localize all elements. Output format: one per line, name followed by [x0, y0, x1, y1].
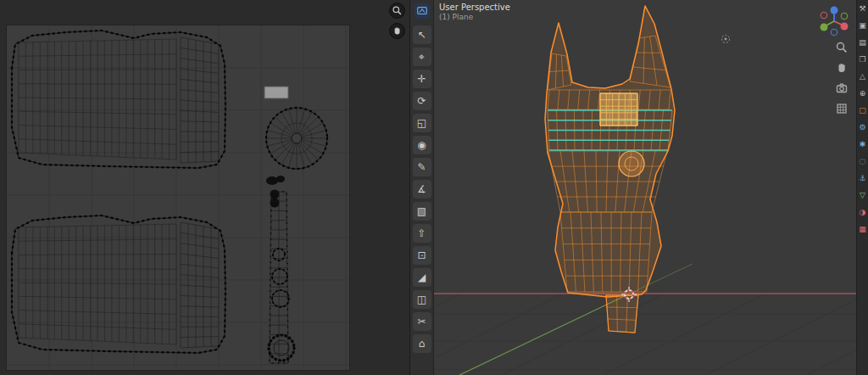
- scene-tab[interactable]: △: [858, 72, 868, 81]
- axis-gizmo-icon: [817, 3, 851, 37]
- uv-zoom-button[interactable]: [389, 3, 405, 19]
- magnifier-icon: [392, 5, 403, 16]
- pan-view-button[interactable]: [835, 61, 849, 75]
- uv-editor-panel: [0, 0, 410, 375]
- viewport-toolbar: ↖⌖✛⟳◱◉✎∡▧⇧⊡◢◫✂⌂: [410, 0, 434, 375]
- ortho-toggle-button[interactable]: [835, 102, 849, 115]
- object-tab[interactable]: ▢: [858, 106, 868, 115]
- camera-view-button[interactable]: [835, 81, 849, 95]
- particles-tab[interactable]: ✱: [858, 140, 868, 149]
- object-data-tab[interactable]: ▽: [858, 191, 868, 200]
- navigation-gizmo[interactable]: [817, 3, 851, 37]
- material-tab[interactable]: ◑: [858, 208, 868, 217]
- tool-add-cube[interactable]: ▧: [413, 202, 431, 221]
- uv-canvas[interactable]: [7, 25, 349, 370]
- viewport-editor-icon: [416, 5, 428, 17]
- modifiers-tab[interactable]: ⚙: [858, 123, 868, 132]
- editor-type-button[interactable]: [415, 3, 430, 19]
- ortho-toggle-icon: [835, 102, 849, 115]
- tool-tab[interactable]: ⚒: [858, 4, 868, 14]
- tool-knife[interactable]: ✂: [413, 312, 431, 331]
- camera-view-icon: [835, 81, 849, 95]
- tool-scale[interactable]: ◱: [413, 114, 431, 132]
- tool-select-box[interactable]: ↖: [413, 25, 431, 44]
- hand-icon: [392, 25, 403, 36]
- tool-rotate[interactable]: ⟳: [413, 92, 431, 110]
- constraints-tab[interactable]: ⚓: [858, 174, 868, 183]
- pan-view-icon: [835, 61, 849, 75]
- render-tab[interactable]: ▣: [858, 21, 868, 31]
- tool-measure[interactable]: ∡: [413, 180, 431, 199]
- zoom-view-button[interactable]: [835, 41, 849, 54]
- uv-editor-overlay-tools: [389, 3, 405, 39]
- view-layer-tab[interactable]: ❐: [858, 55, 868, 64]
- properties-tab-bar: ⚒▣▤❐△⊕▢⚙✱◌⚓▽◑▦: [856, 0, 868, 375]
- tool-bevel[interactable]: ◢: [413, 268, 431, 287]
- tool-annotate[interactable]: ✎: [413, 158, 431, 176]
- tool-loop-cut[interactable]: ◫: [413, 290, 431, 309]
- tool-cursor[interactable]: ⌖: [413, 48, 431, 66]
- zoom-view-icon: [835, 41, 849, 54]
- tool-poly-build[interactable]: ⌂: [413, 334, 431, 353]
- output-tab[interactable]: ▤: [858, 38, 868, 48]
- viewport-3d[interactable]: User Perspective (1) Plane: [434, 0, 856, 375]
- viewport-canvas[interactable]: [434, 0, 856, 375]
- tool-inset-faces[interactable]: ⊡: [413, 246, 431, 265]
- texture-tab[interactable]: ▦: [858, 225, 868, 234]
- blender-window: ↖⌖✛⟳◱◉✎∡▧⇧⊡◢◫✂⌂ User Perspective (1) Pla…: [0, 0, 868, 375]
- uv-pan-button[interactable]: [389, 23, 405, 39]
- tool-move[interactable]: ✛: [413, 70, 431, 88]
- viewport-side-controls: [835, 41, 849, 115]
- physics-tab[interactable]: ◌: [858, 157, 868, 166]
- tool-extrude-region[interactable]: ⇧: [413, 224, 431, 243]
- world-tab[interactable]: ⊕: [858, 89, 868, 98]
- tool-transform[interactable]: ◉: [413, 136, 431, 154]
